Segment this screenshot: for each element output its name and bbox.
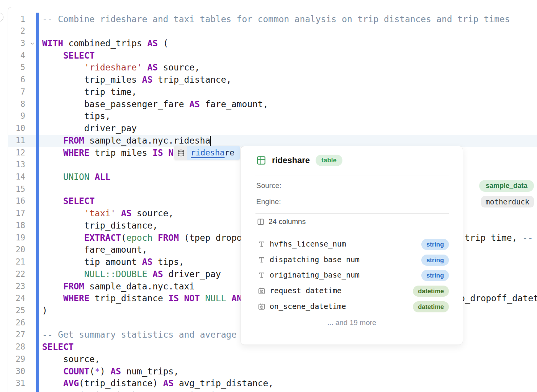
line-number: 29 [8,353,25,366]
line-number: 28 [8,341,25,353]
line-number: 12 [8,147,25,159]
code-token: UNION [63,172,90,182]
code-line-right-fragment: trip_time, -- [465,232,533,244]
autocomplete-item-rideshare[interactable]: rideshare [187,146,240,160]
code-token: source, [158,62,200,72]
code-token: SELECT [63,196,95,206]
code-token [42,196,63,206]
code-token [147,269,153,279]
code-token: ) [42,305,47,315]
code-token: SELECT [63,51,95,60]
line-number: 11 [8,135,25,147]
code-line[interactable]: tips, [8,110,537,122]
line-number: 20 [8,244,25,256]
divider [255,233,449,233]
code-line[interactable]: -- Combine rideshare and taxi tables for… [8,13,537,26]
code-token: trip_time, [42,87,137,97]
line-number: 14 [8,171,25,183]
source-row: Source: sample_data [256,181,537,190]
code-token: -- Combine rideshare and taxi tables for… [42,14,510,24]
code-token [226,293,231,303]
code-token [42,390,63,392]
text-type-icon [258,256,265,264]
code-line[interactable] [8,25,537,38]
columns-count-row: 24 columns [257,217,306,226]
code-token: FROM [158,233,179,243]
code-line[interactable]: base_passenger_fare AS fare_amount, [8,98,537,111]
code-token: * [95,366,100,376]
code-token: ( [158,38,168,48]
code-line[interactable]: source, [8,353,537,366]
code-line[interactable]: COUNT(*) AS num_trips, [8,366,537,378]
code-token: AVG [63,390,79,392]
code-line[interactable]: AVG(trip_time) AS avg_trip_time, [8,390,537,392]
column-name: hvfhs_license_num [270,240,346,248]
code-token: AS [147,62,158,72]
code-token: AS [189,99,200,109]
code-token: ) [100,366,110,376]
line-number: 9 [8,110,25,122]
autocomplete-popup[interactable]: rideshare [174,146,240,160]
text-cursor [210,136,211,146]
code-line[interactable]: trip_time, [8,86,537,98]
code-token: ( [90,366,95,376]
column-type-badge: string [421,270,449,281]
database-icon [174,146,187,160]
code-token: source, [42,354,100,364]
code-token: epoch [126,233,153,243]
code-token: driver_pay [163,269,221,279]
line-number: 27 [8,329,25,341]
line-number: 19 [8,232,25,244]
code-line[interactable]: trip_miles AS trip_distance, [8,74,537,86]
code-token [42,293,63,303]
code-token [42,233,84,243]
table-card-header: rideshare table [256,155,342,166]
fold-chevron-icon[interactable] [29,38,35,50]
code-token: trip_time, [465,233,522,243]
code-token: NULL::DOUBLE [84,269,147,279]
code-line[interactable]: SELECT [8,50,537,62]
column-type-badge: datetime [413,286,449,297]
code-token [90,172,95,182]
code-token: tips, [152,257,184,267]
code-line[interactable]: 'rideshare' AS source, [8,62,537,74]
code-token: IS [152,148,163,158]
text-type-icon [258,271,265,279]
code-token [116,208,121,218]
code-token: AS [110,366,121,376]
text-type-icon [258,240,265,248]
code-token: EXTRACT [84,233,121,243]
code-token: avg_trip_distance, [174,378,273,388]
line-number: 5 [8,62,25,74]
code-token: 'rideshare' [84,62,142,72]
code-token: ALL [95,172,110,182]
code-token: p_dropoff_datet [460,293,537,303]
code-token: 'taxi' [84,208,116,218]
code-line[interactable]: AVG(trip_distance) AS avg_trip_distance, [8,377,537,390]
line-number: 6 [8,74,25,86]
engine-row: Engine: motherduck [256,198,537,206]
code-token: N [168,148,174,158]
active-code-line[interactable]: FROM sample_data.nyc.ridesha [8,135,537,147]
code-token: fare_amount, [200,99,268,109]
column-row: on_scene_datetimedatetime [241,299,463,315]
code-token: WHERE [63,148,90,158]
code-token: base_passenger_fare [42,99,189,109]
line-number: 1 [8,13,25,26]
code-token [42,62,84,72]
code-token [42,136,63,145]
line-number: 31 [8,377,25,390]
code-token: trip_distance, [42,220,158,230]
code-line[interactable]: WITH combined_trips AS ( [8,38,537,50]
more-columns-label: ... and 19 more [241,318,463,327]
divider [255,213,449,214]
code-token: COUNT [63,366,90,376]
code-token [152,233,158,243]
engine-label: Engine: [256,198,281,206]
line-number: 25 [8,305,25,317]
code-token: driver_pay [42,123,137,133]
line-number: 18 [8,220,25,232]
code-token [42,378,63,388]
code-line[interactable]: driver_pay [8,122,537,135]
column-name: request_datetime [270,286,342,295]
